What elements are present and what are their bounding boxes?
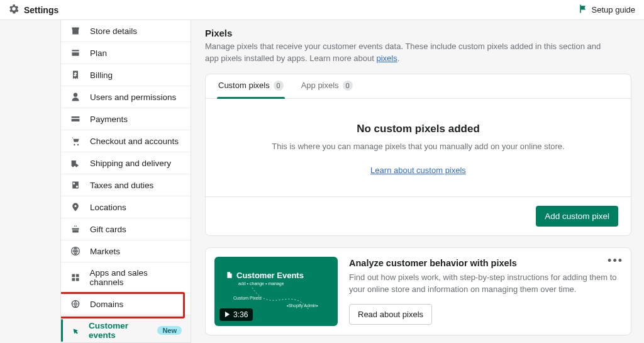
new-badge: New <box>157 326 182 335</box>
sidebar-item-billing[interactable]: Billing <box>61 64 191 86</box>
thumb-title: Customer Events <box>226 271 304 280</box>
more-actions-button[interactable]: ••• <box>608 254 623 267</box>
sidebar-item-plan[interactable]: Plan <box>61 42 191 64</box>
cursor-click-icon <box>70 325 80 335</box>
thumb-chip: •Shopify Admin• <box>287 303 318 308</box>
add-custom-pixel-button[interactable]: Add custom pixel <box>536 206 618 227</box>
sidebar-item-checkout[interactable]: Checkout and accounts <box>61 130 191 152</box>
sidebar-item-label: Locations <box>90 203 126 212</box>
card-icon <box>70 114 81 124</box>
pixels-card: Custom pixels 0 App pixels 0 No custom p… <box>205 74 631 236</box>
store-icon <box>70 26 81 36</box>
read-about-pixels-button[interactable]: Read about pixels <box>349 304 432 325</box>
card-footer: Add custom pixel <box>206 196 631 235</box>
tab-custom-pixels[interactable]: Custom pixels 0 <box>218 81 284 98</box>
pixels-doc-link[interactable]: pixels <box>376 53 397 63</box>
sidebar-item-payments[interactable]: Payments <box>61 108 191 130</box>
sidebar-item-label: Gift cards <box>90 225 126 234</box>
sidebar-item-taxes[interactable]: Taxes and duties <box>61 174 191 196</box>
count-badge: 0 <box>274 81 284 91</box>
domain-icon <box>70 299 81 309</box>
sidebar-item-label: Plan <box>90 48 107 58</box>
tab-app-pixels[interactable]: App pixels 0 <box>301 81 353 98</box>
sidebar-item-label: Checkout and accounts <box>90 137 179 146</box>
sidebar-item-label: Apps and sales channels <box>90 268 182 287</box>
topbar: Settings Setup guide <box>0 0 644 20</box>
globe-icon <box>70 246 81 256</box>
empty-title: No custom pixels added <box>218 123 618 135</box>
sidebar-item-domains[interactable]: Domains <box>61 293 191 315</box>
section-heading: Pixels <box>205 28 631 38</box>
sidebar-item-shipping[interactable]: Shipping and delivery <box>61 152 191 174</box>
sidebar-item-label: Markets <box>90 247 120 256</box>
sidebar-item-customer-events[interactable]: Customer events New <box>61 315 191 343</box>
thumb-chip: Custom Pixels <box>233 296 262 300</box>
flag-icon <box>578 4 588 16</box>
sidebar-item-users[interactable]: Users and permissions <box>61 86 191 108</box>
pixels-tabs: Custom pixels 0 App pixels 0 <box>206 74 631 99</box>
sidebar-item-label: Payments <box>90 115 128 124</box>
setup-guide-button[interactable]: Setup guide <box>578 4 635 16</box>
empty-state: No custom pixels added This is where you… <box>206 99 631 196</box>
play-icon <box>225 312 230 317</box>
cart-icon <box>70 136 81 146</box>
settings-sidebar: Store details Plan Billing Users and per… <box>60 20 191 343</box>
sidebar-item-label: Shipping and delivery <box>90 159 171 168</box>
promo-body-text: Find out how pixels work, with step-by-s… <box>349 272 619 296</box>
pin-icon <box>70 202 81 212</box>
billing-icon <box>70 70 81 80</box>
sidebar-item-label: Users and permissions <box>90 93 176 102</box>
apps-icon <box>70 273 81 283</box>
sidebar-item-apps[interactable]: Apps and sales channels <box>61 262 191 293</box>
setup-guide-label: Setup guide <box>592 5 635 14</box>
video-duration-badge: 3:36 <box>219 308 253 321</box>
count-badge: 0 <box>343 81 353 91</box>
sidebar-item-gift-cards[interactable]: Gift cards <box>61 218 191 240</box>
plan-icon <box>70 48 81 58</box>
main-content: Pixels Manage pixels that receive your c… <box>191 20 644 343</box>
sidebar-item-store-details[interactable]: Store details <box>61 20 191 42</box>
promo-card: Customer Events add • change • manage Cu… <box>205 247 631 335</box>
sidebar-item-label: Store details <box>90 26 137 36</box>
section-subheading: Manage pixels that receive your customer… <box>205 41 608 65</box>
sidebar-item-locations[interactable]: Locations <box>61 196 191 218</box>
sidebar-item-label: Domains <box>90 300 123 309</box>
thumb-subtitle: add • change • manage <box>238 281 284 286</box>
sidebar-item-markets[interactable]: Markets <box>61 240 191 262</box>
sidebar-item-label: Billing <box>90 70 113 80</box>
learn-custom-pixels-link[interactable]: Learn about custom pixels <box>370 166 466 175</box>
sidebar-item-label: Customer events <box>89 321 146 340</box>
percent-icon <box>70 180 81 190</box>
truck-icon <box>70 158 81 168</box>
promo-heading: Analyze customer behavior with pixels <box>349 258 622 268</box>
page-title: Settings <box>24 5 58 15</box>
promo-video-thumbnail[interactable]: Customer Events add • change • manage Cu… <box>214 257 338 326</box>
gear-icon <box>9 4 19 16</box>
user-icon <box>70 92 81 102</box>
empty-body: This is where you can manage pixels that… <box>218 142 618 151</box>
sidebar-item-label: Taxes and duties <box>90 181 153 190</box>
gift-icon <box>70 224 81 234</box>
